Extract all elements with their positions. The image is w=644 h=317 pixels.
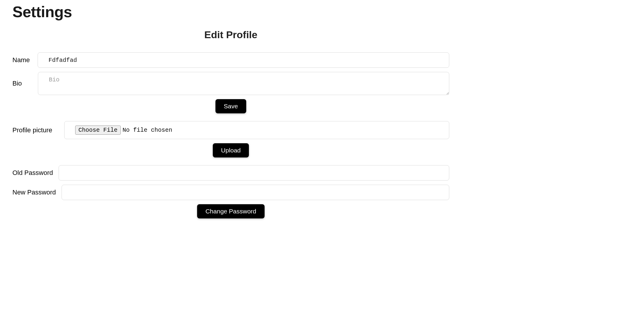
name-input[interactable] <box>38 52 449 68</box>
bio-row: Bio <box>12 72 449 95</box>
profile-picture-label: Profile picture <box>12 126 58 134</box>
file-chosen-status: No file chosen <box>123 127 172 133</box>
old-password-input[interactable] <box>59 165 449 181</box>
choose-file-button[interactable]: Choose File <box>75 125 121 135</box>
save-button[interactable]: Save <box>215 99 246 113</box>
old-password-row: Old Password <box>12 165 449 181</box>
bio-textarea[interactable] <box>38 72 449 95</box>
name-label: Name <box>12 56 31 64</box>
new-password-label: New Password <box>12 189 58 196</box>
section-heading-edit-profile: Edit Profile <box>12 29 449 41</box>
new-password-row: New Password <box>12 185 449 200</box>
old-password-label: Old Password <box>12 169 55 177</box>
change-password-button[interactable]: Change Password <box>197 204 265 218</box>
upload-button-row: Upload <box>12 143 449 157</box>
profile-picture-row: Profile picture Choose File No file chos… <box>12 121 449 139</box>
new-password-input[interactable] <box>62 185 449 200</box>
file-input-wrapper[interactable]: Choose File No file chosen <box>64 121 449 139</box>
name-row: Name <box>12 52 449 68</box>
save-button-row: Save <box>12 99 449 113</box>
bio-label: Bio <box>12 80 22 87</box>
change-password-button-row: Change Password <box>12 204 449 218</box>
upload-button[interactable]: Upload <box>213 143 249 157</box>
page-title: Settings <box>12 3 449 21</box>
